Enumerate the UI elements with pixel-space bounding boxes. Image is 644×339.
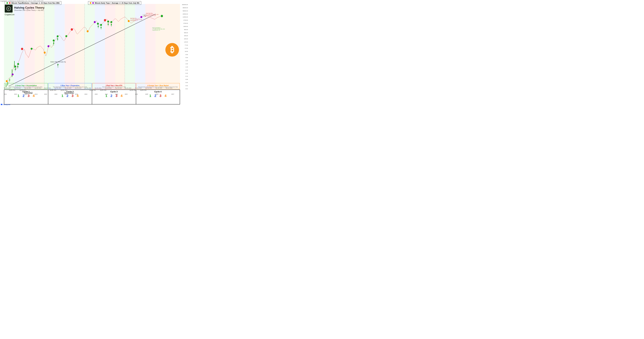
legend-right-text: Bitcoin Early Tops = Average +/- 21 Days… — [95, 2, 140, 4]
y-label: 0.14 — [185, 75, 188, 77]
y-label: 20500.00 — [183, 13, 188, 15]
svg-rect-4 — [24, 4, 35, 89]
svg-text:Expected price: 27k: Expected price: 27k — [152, 30, 160, 31]
y-label: 0.04 — [185, 82, 188, 83]
svg-point-41 — [97, 23, 99, 25]
svg-point-45 — [110, 21, 112, 23]
svg-point-28 — [12, 73, 14, 75]
y-label: 0.02 — [185, 85, 188, 86]
y-label: 1.20 — [185, 66, 188, 68]
svg-text:2022: 2022 — [115, 93, 118, 95]
cycle-4-section: Cycle 4 1 2 3 4 — [136, 90, 180, 104]
svg-point-30 — [17, 63, 19, 65]
svg-text:Bottom After First Early Top: Bottom After First Early Top — [50, 61, 66, 63]
svg-rect-12 — [105, 4, 115, 89]
y-label: 2700.00 — [183, 23, 188, 24]
svg-rect-16 — [145, 4, 156, 89]
orange-year-title: 4 Orange Year = Bear Market — [147, 85, 169, 86]
svg-text:July 9th, 2016: July 9th, 2016 — [60, 90, 67, 91]
orange-dot-legend — [90, 2, 91, 4]
svg-point-35 — [53, 39, 54, 42]
svg-text:Nov 28, 2012: Nov 28, 2012 — [24, 87, 31, 89]
svg-text:Nov 28, 2021: Nov 28, 2021 — [115, 87, 122, 89]
y-label: 585.00 — [184, 32, 188, 33]
svg-text:Nov 28, 2015: Nov 28, 2015 — [54, 87, 61, 89]
y-label: 1600.00 — [183, 26, 188, 27]
svg-rect-6 — [44, 4, 54, 89]
svg-rect-5 — [35, 4, 44, 89]
y-label: 345.00 — [184, 35, 188, 36]
svg-text:Nov 28, 2013: Nov 28, 2013 — [35, 87, 41, 89]
svg-text:138k: 138k — [144, 15, 146, 16]
svg-text:Next Cycle Bottom ≈: Next Cycle Bottom ≈ — [152, 27, 161, 28]
svg-rect-25 — [12, 69, 12, 77]
svg-text:2026: 2026 — [156, 93, 158, 95]
svg-text:2014: 2014 — [35, 93, 38, 95]
svg-text:July 9th, 2023: July 9th, 2023 — [130, 90, 136, 91]
svg-text:July 9th, 2015: July 9th, 2015 — [50, 90, 56, 91]
svg-text:2018: 2018 — [75, 93, 78, 95]
svg-point-33 — [44, 51, 46, 53]
legend-left-text: Bitcoin Tops/Bottoms = Average +/- 21 Da… — [12, 2, 60, 4]
svg-text:2023: 2023 — [125, 93, 128, 95]
red-year-title: 3 Red Year = New ATH — [106, 85, 122, 86]
svg-rect-8 — [65, 4, 75, 89]
tradingview-mark: TradingView — [1, 103, 13, 106]
svg-text:2027: 2027 — [172, 93, 174, 95]
svg-text:2017: 2017 — [65, 93, 68, 95]
svg-point-47 — [140, 16, 142, 18]
svg-text:July 9th, 2011: July 9th, 2011 — [9, 90, 16, 91]
y-axis: 260000.00 98000.00 58500.00 20500.00 125… — [180, 4, 188, 89]
svg-text:2020: 2020 — [95, 93, 98, 95]
y-label: 58500.00 — [183, 10, 188, 12]
y-label: 4700.00 — [183, 19, 188, 21]
cycle-3-section: Cycle 3 1 2 3 4 — [92, 90, 136, 104]
svg-text:Next Early Top ≈: Next Early Top ≈ — [130, 18, 138, 19]
price-chart: 138k Bottom After First Early Top Next E… — [4, 4, 180, 89]
svg-text:Nov 28, 2011: Nov 28, 2011 — [14, 87, 21, 89]
green-dot-legend — [6, 2, 8, 4]
purple-dot-legend — [92, 2, 94, 4]
y-label: 960.00 — [184, 29, 188, 30]
svg-point-27 — [6, 80, 8, 82]
svg-point-49 — [161, 15, 163, 17]
x-axis-dates: Nov 28, 2010 Nov 28, 2011 Nov 28, 2012 N… — [4, 86, 180, 89]
svg-point-29 — [14, 65, 16, 67]
svg-text:2015: 2015 — [44, 93, 47, 95]
svg-point-46 — [128, 20, 130, 22]
svg-point-32 — [31, 48, 32, 50]
y-label: 16.00 — [185, 51, 188, 52]
svg-text:July 9th, 2012: July 9th, 2012 — [19, 90, 26, 91]
svg-text:2012: 2012 — [14, 93, 17, 95]
y-label: 98000.00 — [183, 7, 188, 8]
y-label: 205.00 — [184, 38, 188, 39]
svg-text:Nov 28, 2014: Nov 28, 2014 — [44, 87, 51, 89]
svg-rect-15 — [135, 4, 145, 89]
svg-text:Nov 28, 2010: Nov 28, 2010 — [4, 87, 10, 89]
svg-rect-9 — [75, 4, 84, 89]
green-year-title: 1 Green Year = Accumulation — [15, 85, 37, 86]
svg-text:Nov 28, 2024: Nov 28, 2024 — [145, 87, 152, 89]
svg-point-38 — [66, 35, 67, 37]
svg-rect-14 — [125, 4, 135, 89]
y-label: 5.50 — [185, 57, 188, 58]
y-label: 12500.00 — [183, 16, 188, 18]
svg-text:Nov 28, 2025: Nov 28, 2025 — [156, 87, 162, 89]
svg-text:Next Cycle Top ≈: Next Cycle Top ≈ — [146, 13, 153, 14]
x-axis-years: 2011 2012 2013 2014 2015 2016 2017 2018 … — [4, 93, 180, 95]
svg-rect-7 — [54, 4, 64, 89]
x-axis-july-dates: July 9th, 2011 July 9th, 2012 July 9th, … — [4, 89, 180, 91]
svg-text:+/- 21 days from Nov 28th, 202: +/- 21 days from Nov 28th, 2026 — [152, 28, 165, 29]
y-label: 3.30 — [185, 60, 188, 61]
red-dot-legend — [9, 2, 10, 4]
svg-text:Expected price: 90 - 130k: Expected price: 90 - 130k — [146, 15, 156, 16]
svg-point-43 — [104, 19, 106, 21]
svg-point-34 — [48, 45, 49, 47]
svg-text:2016: 2016 — [54, 93, 57, 95]
cycle-labels: Cycle 1 1 2 3 4 Cycle 2 1 2 3 4 Cycle 3 … — [4, 89, 180, 104]
svg-rect-3 — [14, 4, 24, 89]
y-label: 0.08 — [185, 79, 188, 80]
svg-rect-24 — [10, 79, 10, 81]
svg-text:Nov 28, 2018: Nov 28, 2018 — [84, 87, 91, 89]
y-label: 125.00 — [184, 41, 188, 43]
